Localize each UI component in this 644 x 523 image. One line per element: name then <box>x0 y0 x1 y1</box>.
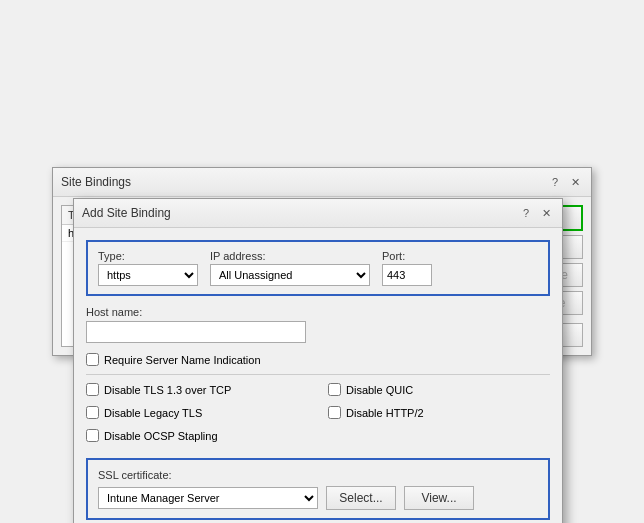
hostname-input[interactable] <box>86 321 306 343</box>
site-bindings-title: Site Bindings <box>61 175 131 189</box>
ip-select[interactable]: All Unassigned <box>210 264 370 286</box>
checkboxes-grid: Disable TLS 1.3 over TCP Disable QUIC Di… <box>86 383 550 448</box>
sni-checkbox[interactable] <box>86 353 99 366</box>
dialog-titlebar: Add Site Binding ? ✕ <box>74 199 562 228</box>
port-field-group: Port: <box>382 250 432 286</box>
site-bindings-titlebar: Site Bindings ? ✕ <box>53 168 591 197</box>
disable-ocsp-row: Disable OCSP Stapling <box>86 429 308 442</box>
close-window-button[interactable]: ✕ <box>567 174 583 190</box>
site-bindings-window: Site Bindings ? ✕ Type Host Name Port IP… <box>52 167 592 356</box>
dialog-close-button[interactable]: ✕ <box>538 205 554 221</box>
disable-legacy-tls-label: Disable Legacy TLS <box>104 407 202 419</box>
port-label: Port: <box>382 250 432 262</box>
sni-label: Require Server Name Indication <box>104 354 261 366</box>
type-label: Type: <box>98 250 198 262</box>
ssl-cert-select[interactable]: Intune Manager Server <box>98 487 318 509</box>
disable-tls13-label: Disable TLS 1.3 over TCP <box>104 384 231 396</box>
port-input[interactable] <box>382 264 432 286</box>
ssl-cert-label: SSL certificate: <box>98 469 172 481</box>
disable-legacy-tls-row: Disable Legacy TLS <box>86 406 308 419</box>
disable-quic-checkbox[interactable] <box>328 383 341 396</box>
dialog-controls: ? ✕ <box>518 205 554 221</box>
top-row-box: Type: https IP address: All Unassigned P… <box>86 240 550 296</box>
type-select[interactable]: https <box>98 264 198 286</box>
ssl-certificate-box: SSL certificate: Intune Manager Server S… <box>86 458 550 520</box>
sni-row: Require Server Name Indication <box>86 353 550 366</box>
disable-quic-row: Disable QUIC <box>328 383 550 396</box>
disable-ocsp-label: Disable OCSP Stapling <box>104 430 218 442</box>
disable-legacy-tls-checkbox[interactable] <box>86 406 99 419</box>
ssl-view-button[interactable]: View... <box>404 486 474 510</box>
ip-label: IP address: <box>210 250 370 262</box>
site-bindings-controls: ? ✕ <box>547 174 583 190</box>
ip-field-group: IP address: All Unassigned <box>210 250 370 286</box>
disable-ocsp-checkbox[interactable] <box>86 429 99 442</box>
type-field-group: Type: https <box>98 250 198 286</box>
dialog-help-button[interactable]: ? <box>518 205 534 221</box>
disable-tls13-row: Disable TLS 1.3 over TCP <box>86 383 308 396</box>
disable-http2-row: Disable HTTP/2 <box>328 406 550 419</box>
help-button[interactable]: ? <box>547 174 563 190</box>
dialog-body: Type: https IP address: All Unassigned P… <box>74 228 562 523</box>
disable-quic-label: Disable QUIC <box>346 384 413 396</box>
hostname-label: Host name: <box>86 306 550 318</box>
add-site-binding-dialog: Add Site Binding ? ✕ Type: https IP addr… <box>73 198 563 523</box>
dialog-title: Add Site Binding <box>82 206 171 220</box>
divider <box>86 374 550 375</box>
hostname-section: Host name: <box>86 306 550 343</box>
disable-tls13-checkbox[interactable] <box>86 383 99 396</box>
ssl-row: Intune Manager Server Select... View... <box>98 486 538 510</box>
disable-http2-checkbox[interactable] <box>328 406 341 419</box>
ssl-select-button[interactable]: Select... <box>326 486 396 510</box>
disable-http2-label: Disable HTTP/2 <box>346 407 424 419</box>
